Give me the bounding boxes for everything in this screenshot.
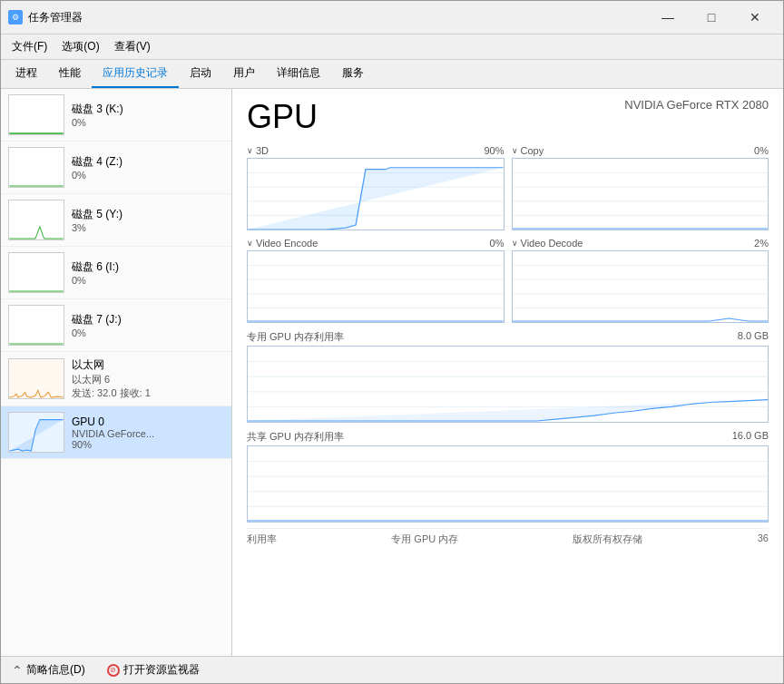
sidebar-thumb-disk6 xyxy=(8,252,64,293)
menu-view[interactable]: 查看(V) xyxy=(107,36,158,57)
chart-area-encode xyxy=(247,250,505,323)
memory-dedicated-chart xyxy=(247,346,769,423)
sidebar-name-disk7: 磁盘 7 (J:) xyxy=(72,312,224,327)
bottom-row: 利用率 专用 GPU 内存 版权所有权存储 36 xyxy=(247,528,769,546)
sidebar-item-disk6[interactable]: 磁盘 6 (I:) 0% xyxy=(1,247,231,299)
tab-users[interactable]: 用户 xyxy=(222,60,266,88)
sidebar-name-ethernet: 以太网 xyxy=(72,357,224,373)
maximize-button[interactable]: □ xyxy=(691,6,732,28)
window-controls: — □ ✕ xyxy=(647,6,776,28)
sidebar-info-gpu0: GPU 0 NVIDIA GeForce... 90% xyxy=(72,415,224,450)
chevron-icon-copy: ∨ xyxy=(512,146,518,155)
sidebar-thumb-disk3 xyxy=(8,94,64,135)
task-manager-window: ⚙ 任务管理器 — □ ✕ 文件(F) 选项(O) 查看(V) 进程 性能 应用… xyxy=(0,0,784,684)
chart-video-encode: ∨ Video Encode 0% xyxy=(247,238,505,323)
memory-shared-chart xyxy=(247,445,769,523)
chart-header-video-encode: ∨ Video Encode 0% xyxy=(247,238,505,249)
chart-copy: ∨ Copy 0% xyxy=(512,145,769,230)
sidebar-info-disk4: 磁盘 4 (Z:) 0% xyxy=(72,154,224,181)
main-content: 磁盘 3 (K:) 0% 磁盘 4 (Z:) 0% xyxy=(1,89,783,656)
sidebar-info-ethernet: 以太网 以太网 6 发送: 32.0 接收: 1 xyxy=(72,357,224,400)
menu-bar: 文件(F) 选项(O) 查看(V) xyxy=(1,34,783,60)
summary-label: 简略信息(D) xyxy=(26,662,85,678)
sidebar-name-disk6: 磁盘 6 (I:) xyxy=(72,259,224,275)
memory-dedicated-label: 专用 GPU 内存利用率 xyxy=(247,330,344,344)
sidebar-name-disk4: 磁盘 4 (Z:) xyxy=(72,154,224,170)
chart-pct-decode: 2% xyxy=(754,238,769,249)
sidebar-sub-gpu0: NVIDIA GeForce... xyxy=(72,428,224,439)
sidebar-val-disk5: 3% xyxy=(72,222,224,233)
chart-area-3d xyxy=(247,158,505,230)
memory-shared-size: 16.0 GB xyxy=(732,430,769,444)
memory-dedicated-header: 专用 GPU 内存利用率 8.0 GB xyxy=(247,330,769,344)
chart-label-3d: ∨ 3D xyxy=(247,145,269,156)
chart-3d: ∨ 3D 90% xyxy=(247,145,505,230)
memory-shared-header: 共享 GPU 内存利用率 16.0 GB xyxy=(247,430,769,444)
monitor-label: 打开资源监视器 xyxy=(123,662,200,678)
memory-dedicated-size: 8.0 GB xyxy=(738,330,769,344)
tab-startup[interactable]: 启动 xyxy=(179,60,222,88)
sidebar-val-gpu0: 90% xyxy=(72,439,224,450)
chevron-up-icon: ⌃ xyxy=(12,663,23,678)
memory-dedicated: 专用 GPU 内存利用率 8.0 GB xyxy=(247,330,769,423)
sidebar-name-disk5: 磁盘 5 (Y:) xyxy=(72,207,224,222)
sidebar-val-disk6: 0% xyxy=(72,275,224,286)
open-monitor-button[interactable]: ⊘ 打开资源监视器 xyxy=(103,660,203,679)
chart-pct-copy: 0% xyxy=(754,145,769,156)
sidebar-item-disk3[interactable]: 磁盘 3 (K:) 0% xyxy=(1,89,231,142)
sidebar-info-disk6: 磁盘 6 (I:) 0% xyxy=(72,259,224,286)
sidebar-thumb-ethernet xyxy=(8,358,64,399)
memory-shared: 共享 GPU 内存利用率 16.0 GB xyxy=(247,430,769,523)
bottom-label-count: 36 xyxy=(758,533,769,546)
chart-label-video-encode: ∨ Video Encode xyxy=(247,238,318,249)
sidebar-val-disk4: 0% xyxy=(72,170,224,181)
sidebar-item-gpu0[interactable]: GPU 0 NVIDIA GeForce... 90% xyxy=(1,406,231,459)
minimize-button[interactable]: — xyxy=(647,6,689,28)
app-icon: ⚙ xyxy=(8,10,23,24)
bottom-label-dedicated: 专用 GPU 内存 xyxy=(391,533,458,546)
chart-header-copy: ∨ Copy 0% xyxy=(512,145,769,156)
close-button[interactable]: ✕ xyxy=(734,6,776,28)
window-title: 任务管理器 xyxy=(28,10,647,25)
chevron-icon-encode: ∨ xyxy=(247,239,253,248)
tab-details[interactable]: 详细信息 xyxy=(266,60,331,88)
bottom-bar: ⌃ 简略信息(D) ⊘ 打开资源监视器 xyxy=(1,656,783,683)
sidebar-item-ethernet[interactable]: 以太网 以太网 6 发送: 32.0 接收: 1 xyxy=(1,352,231,406)
charts-grid: ∨ 3D 90% xyxy=(247,145,769,323)
title-bar: ⚙ 任务管理器 — □ ✕ xyxy=(1,1,783,34)
chevron-icon-decode: ∨ xyxy=(512,239,518,248)
chart-area-decode xyxy=(512,250,769,323)
sidebar-thumb-disk7 xyxy=(8,305,64,346)
chevron-icon-3d: ∨ xyxy=(247,146,253,155)
chart-area-copy xyxy=(512,158,769,230)
menu-file[interactable]: 文件(F) xyxy=(5,36,54,57)
tab-app-history[interactable]: 应用历史记录 xyxy=(92,60,179,88)
sidebar-val-ethernet: 发送: 32.0 接收: 1 xyxy=(72,386,224,400)
menu-options[interactable]: 选项(O) xyxy=(54,36,106,57)
gpu-model: NVIDIA GeForce RTX 2080 xyxy=(624,98,769,112)
sidebar-val-disk7: 0% xyxy=(72,327,224,338)
summary-info-button[interactable]: ⌃ 简略信息(D) xyxy=(8,660,89,679)
sidebar-name-gpu0: GPU 0 xyxy=(72,415,224,428)
tab-performance[interactable]: 性能 xyxy=(48,60,92,88)
gpu-title: GPU xyxy=(247,98,318,136)
chart-label-video-decode: ∨ Video Decode xyxy=(512,238,583,249)
sidebar-item-disk4[interactable]: 磁盘 4 (Z:) 0% xyxy=(1,142,231,194)
bottom-label-utilization: 利用率 xyxy=(247,533,277,546)
bottom-label-shared: 版权所有权存储 xyxy=(573,533,642,546)
tab-services[interactable]: 服务 xyxy=(331,60,375,88)
memory-shared-label: 共享 GPU 内存利用率 xyxy=(247,430,344,444)
sidebar-thumb-disk4 xyxy=(8,147,64,188)
chart-header-video-decode: ∨ Video Decode 2% xyxy=(512,238,769,249)
sidebar-item-disk5[interactable]: 磁盘 5 (Y:) 3% xyxy=(1,194,231,247)
tab-processes[interactable]: 进程 xyxy=(5,60,48,88)
sidebar-sub-ethernet: 以太网 6 xyxy=(72,373,224,386)
chart-pct-3d: 90% xyxy=(484,145,504,156)
sidebar-info-disk7: 磁盘 7 (J:) 0% xyxy=(72,312,224,338)
chart-video-decode: ∨ Video Decode 2% xyxy=(512,238,769,323)
chart-pct-encode: 0% xyxy=(490,238,505,249)
chart-label-copy: ∨ Copy xyxy=(512,145,544,156)
sidebar-item-disk7[interactable]: 磁盘 7 (J:) 0% xyxy=(1,299,231,352)
tab-bar: 进程 性能 应用历史记录 启动 用户 详细信息 服务 xyxy=(1,60,783,89)
sidebar-thumb-gpu0 xyxy=(8,412,64,453)
